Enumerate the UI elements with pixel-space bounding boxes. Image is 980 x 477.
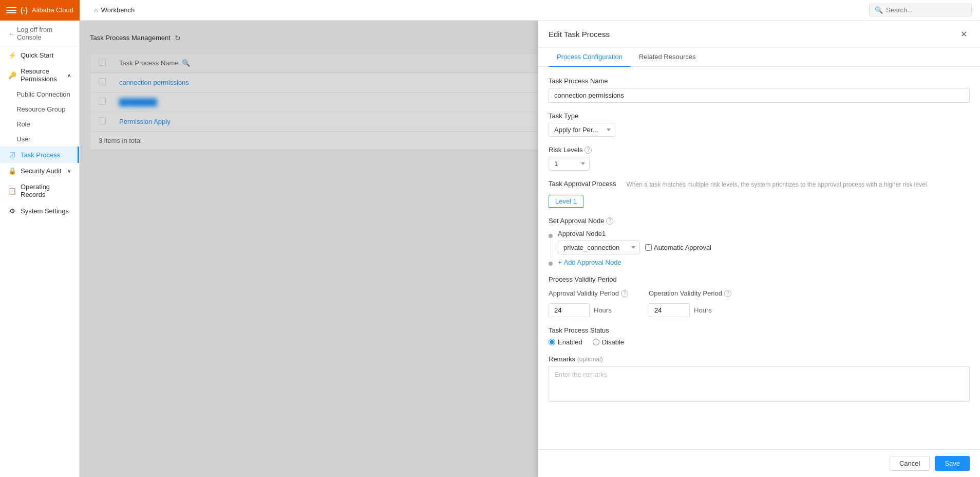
menu-icon[interactable]	[6, 5, 16, 15]
workbench-label: Workbench	[101, 6, 135, 14]
system-settings-icon: ⚙	[8, 207, 16, 215]
operating-records-icon: 📋	[8, 187, 16, 195]
task-approval-label: Task Approval Process	[549, 180, 616, 188]
approval-validity-group: Approval Validity Period ? Hours	[549, 289, 628, 317]
log-off-link[interactable]: ← Log off from Console	[8, 26, 71, 41]
operation-validity-input-row: Hours	[649, 303, 731, 317]
remarks-optional: (optional)	[577, 356, 603, 363]
chevron-icon: ∧	[67, 72, 71, 78]
approval-node-section: Set Approval Node ? Approval Node1	[549, 217, 970, 266]
chevron-down-icon: ∨	[67, 168, 71, 174]
remarks-group: Remarks (optional)	[549, 355, 970, 403]
remarks-label: Remarks (optional)	[549, 355, 970, 363]
sidebar-item-user[interactable]: User	[0, 132, 79, 146]
approval-validity-input-row: Hours	[549, 303, 628, 317]
operation-validity-group: Operation Validity Period ? Hours	[649, 289, 731, 317]
task-process-name-input[interactable]	[549, 88, 970, 103]
arrow-left-icon: ←	[8, 30, 15, 38]
risk-levels-hint-icon: ?	[585, 146, 592, 154]
risk-levels-group: Risk Levels ? 1	[549, 146, 970, 171]
quick-start-icon: ⚡	[8, 51, 16, 59]
task-process-name-group: Task Process Name	[549, 77, 970, 103]
node-dot-add	[549, 262, 553, 266]
plus-icon: +	[558, 259, 562, 266]
logo-area: (-) Alibaba Cloud	[0, 0, 80, 21]
sidebar-item-security-audit[interactable]: 🔒 Security Audit ∨	[0, 163, 79, 179]
task-type-select[interactable]: Apply for Per...	[549, 123, 615, 137]
approval-validity-hint-icon: ?	[621, 290, 628, 297]
add-approval-node-link[interactable]: + Add Approval Node	[558, 259, 970, 266]
operation-validity-label: Operation Validity Period ?	[649, 289, 731, 297]
approval-node-hint-icon: ?	[606, 217, 613, 225]
close-icon[interactable]: ✕	[957, 28, 970, 40]
save-button[interactable]: Save	[935, 456, 970, 471]
task-approval-hint: When a task matches multiple risk levels…	[627, 180, 929, 189]
sidebar-item-role[interactable]: Role	[0, 117, 79, 132]
auto-approval-checkbox[interactable]	[645, 244, 652, 251]
panel-footer: Cancel Save	[538, 449, 980, 477]
search-input[interactable]	[886, 6, 966, 14]
node-content: Approval Node1 private_connection Automa…	[558, 230, 970, 266]
search-icon: 🔍	[875, 6, 883, 14]
validity-title: Process Validity Period	[549, 276, 970, 283]
operation-validity-unit: Hours	[694, 306, 712, 314]
status-title: Task Process Status	[549, 326, 970, 334]
sidebar: ← Log off from Console ⚡ Quick Start 🔑 R…	[0, 21, 80, 477]
task-process-icon: ☑	[8, 151, 16, 159]
validity-section: Process Validity Period Approval Validit…	[549, 276, 970, 317]
brand-name: Alibaba Cloud	[32, 6, 73, 14]
task-approval-group: Task Approval Process When a task matche…	[549, 180, 970, 208]
approval-validity-input[interactable]	[549, 303, 590, 317]
status-section: Task Process Status Enabled Disable	[549, 326, 970, 346]
alibaba-icon: (-)	[21, 6, 28, 14]
status-disable-radio[interactable]	[593, 339, 599, 345]
edit-panel: Edit Task Process ✕ Process Configuratio…	[538, 21, 980, 477]
sidebar-item-system-settings[interactable]: ⚙ System Settings	[0, 203, 79, 219]
search-area[interactable]: 🔍	[869, 4, 972, 16]
approval-validity-label: Approval Validity Period ?	[549, 289, 628, 297]
validity-row: Approval Validity Period ? Hours Operati…	[549, 289, 970, 317]
sidebar-item-quick-start[interactable]: ⚡ Quick Start	[0, 47, 79, 63]
approval-node1-select[interactable]: private_connection	[558, 241, 640, 254]
sidebar-item-operating-records[interactable]: 📋 Operating Records	[0, 179, 79, 203]
task-process-name-label: Task Process Name	[549, 77, 970, 85]
operation-validity-hint-icon: ?	[724, 290, 731, 297]
node-line	[549, 230, 553, 266]
panel-header: Edit Task Process ✕	[538, 21, 980, 48]
status-disable-label[interactable]: Disable	[593, 338, 624, 346]
content-area: Task Process Management ↻ Import Export …	[80, 21, 980, 477]
task-type-group: Task Type Apply for Per...	[549, 112, 970, 137]
sidebar-item-resource-group[interactable]: Resource Group	[0, 102, 79, 117]
home-icon: ⌂	[94, 6, 98, 14]
panel-tabs: Process Configuration Related Resources	[538, 48, 980, 67]
node-connector	[551, 238, 551, 259]
risk-level-select[interactable]: 1	[549, 157, 590, 171]
level-tab[interactable]: Level 1	[549, 195, 583, 208]
resource-permissions-icon: 🔑	[8, 71, 16, 79]
risk-levels-label: Risk Levels ?	[549, 146, 970, 154]
cancel-button[interactable]: Cancel	[890, 456, 930, 471]
sidebar-item-public-connection[interactable]: Public Connection	[0, 87, 79, 102]
status-enabled-radio[interactable]	[549, 339, 555, 345]
set-approval-node-title: Set Approval Node ?	[549, 217, 970, 225]
status-enabled-label[interactable]: Enabled	[549, 338, 582, 346]
node-dot-start	[549, 234, 553, 238]
operation-validity-input[interactable]	[649, 303, 690, 317]
approval-node1-inputs: private_connection Automatic Approval	[558, 241, 970, 254]
tab-related-resources[interactable]: Related Resources	[631, 48, 704, 67]
security-audit-icon: 🔒	[8, 167, 16, 175]
tab-process-configuration[interactable]: Process Configuration	[549, 48, 631, 67]
approval-node-1-row: Approval Node1 private_connection Automa…	[549, 230, 970, 266]
sidebar-item-task-process[interactable]: ☑ Task Process	[0, 146, 79, 163]
dim-overlay	[80, 21, 538, 477]
status-radio-group: Enabled Disable	[549, 338, 970, 346]
risk-select: 1	[549, 157, 970, 171]
panel-body: Task Process Name Task Type Apply for Pe…	[538, 67, 980, 449]
auto-approval-label: Automatic Approval	[645, 244, 711, 251]
sidebar-item-resource-permissions[interactable]: 🔑 Resource Permissions ∧	[0, 63, 79, 87]
task-type-label: Task Type	[549, 112, 970, 120]
approval-validity-unit: Hours	[594, 306, 612, 314]
panel-title: Edit Task Process	[549, 30, 610, 39]
approval-node1-label: Approval Node1	[558, 230, 970, 237]
remarks-textarea[interactable]	[549, 366, 970, 402]
